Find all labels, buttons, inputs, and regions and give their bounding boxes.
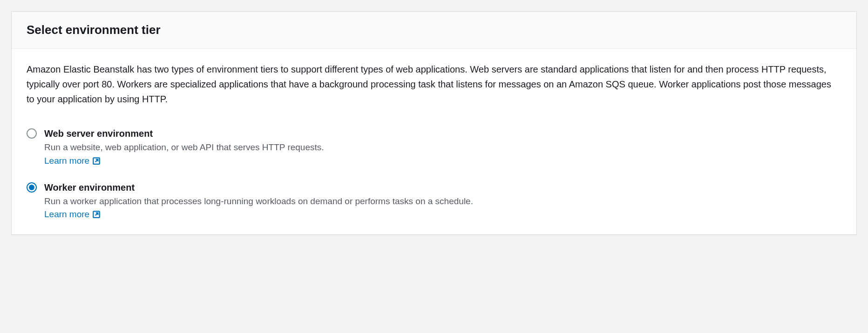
radio-button-web-server[interactable] — [27, 128, 37, 139]
panel-description: Amazon Elastic Beanstalk has two types o… — [27, 62, 841, 107]
external-link-icon — [92, 157, 101, 165]
learn-more-label-web: Learn more — [44, 156, 89, 166]
radio-content-worker: Worker environment Run a worker applicat… — [44, 181, 841, 220]
radio-title-worker: Worker environment — [44, 181, 841, 194]
learn-more-label-worker: Learn more — [44, 209, 89, 220]
learn-more-link-web[interactable]: Learn more — [44, 156, 101, 166]
radio-desc-web-server: Run a website, web application, or web A… — [44, 141, 841, 154]
environment-tier-radio-group: Web server environment Run a website, we… — [27, 127, 841, 220]
radio-button-worker[interactable] — [27, 182, 37, 193]
learn-more-link-worker[interactable]: Learn more — [44, 209, 101, 220]
learn-more-row-web: Learn more — [44, 156, 841, 166]
panel-title: Select environment tier — [27, 23, 841, 37]
panel-header: Select environment tier — [12, 12, 856, 49]
radio-title-web-server: Web server environment — [44, 127, 841, 140]
panel-body: Amazon Elastic Beanstalk has two types o… — [12, 49, 856, 234]
external-link-icon — [92, 210, 101, 219]
radio-desc-worker: Run a worker application that processes … — [44, 195, 841, 208]
environment-tier-panel: Select environment tier Amazon Elastic B… — [11, 11, 857, 235]
learn-more-row-worker: Learn more — [44, 209, 841, 220]
radio-option-web-server[interactable]: Web server environment Run a website, we… — [27, 127, 841, 166]
radio-option-worker[interactable]: Worker environment Run a worker applicat… — [27, 181, 841, 220]
radio-content-web-server: Web server environment Run a website, we… — [44, 127, 841, 166]
